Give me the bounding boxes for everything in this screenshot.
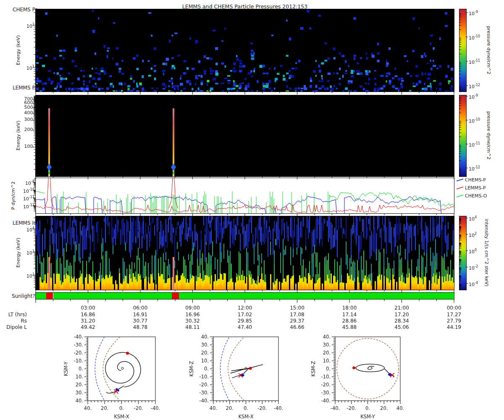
svg-text:KSM-Y: KSM-Y: [63, 361, 69, 376]
ephemeris-value-rs: 29.85: [232, 318, 257, 324]
svg-text:KSM-X: KSM-X: [114, 414, 129, 420]
svg-text:-10.: -10.: [74, 358, 83, 364]
svg-text:40.: 40.: [396, 405, 404, 411]
trajectory-line: [231, 365, 263, 373]
cb1-tick-label: 10-10: [469, 34, 486, 41]
lemms-pressure-spectrogram: [35, 95, 454, 177]
day-start-marker: [126, 352, 129, 354]
ephemeris-value-rs: 30.32: [180, 318, 205, 324]
svg-text:20.: 20.: [101, 405, 108, 411]
day-start-marker: [249, 367, 252, 370]
magnetopause-curve: [103, 337, 120, 401]
cb1-tick-label: 10-9: [469, 9, 486, 17]
ephemeris-value-dipole-l: 48.78: [128, 324, 153, 330]
svg-text:KSM-Z: KSM-Z: [310, 361, 316, 376]
svg-text:-20.: -20.: [134, 405, 143, 411]
svg-text:30.: 30.: [76, 390, 83, 396]
current-position-cross: [390, 373, 394, 377]
figure: LEMMS and CHEMS Particle Pressures 2012:…: [0, 0, 504, 420]
svg-text:0.: 0.: [244, 405, 248, 411]
spacecraft-marker: [115, 388, 120, 392]
ephemeris-value-dipole-l: 47.40: [232, 324, 257, 330]
p1-tick-label: 102: [16, 22, 34, 29]
current-position-cross: [114, 389, 118, 394]
time-tick-label: 06:00: [128, 305, 153, 311]
svg-text:KSM-Y: KSM-Y: [360, 414, 375, 420]
time-tick-label: 15:00: [285, 305, 310, 311]
ephemeris-value-lt-hrs-: 17.27: [441, 312, 467, 318]
cb2-tick-label: 10-10: [469, 117, 486, 124]
spacecraft-marker: [388, 373, 392, 376]
time-tick-label: 09:00: [180, 305, 205, 311]
cb2-tick-label: 10-9: [469, 93, 486, 100]
ephemeris-value-dipole-l: 45.88: [337, 324, 362, 330]
ephemeris-value-lt-hrs-: 17.20: [389, 312, 415, 318]
svg-text:-20.: -20.: [200, 382, 209, 388]
ephemeris-value-rs: 27.79: [441, 318, 467, 324]
svg-text:30.: 30.: [201, 342, 209, 348]
trajectory-inner-curl: [368, 366, 375, 370]
cb1-tick-label: 10-12: [469, 82, 486, 90]
trajectory-ellipse: [356, 364, 384, 372]
ephemeris-value-dipole-l: 45.06: [389, 324, 415, 330]
colorbar-intensity: [459, 216, 467, 290]
p1-tick-label: 101: [16, 64, 34, 71]
sunlight-segment-on: [53, 293, 172, 299]
p4-tick-label: 102: [16, 272, 34, 279]
svg-text:20.: 20.: [323, 350, 331, 356]
svg-text:-20.: -20.: [257, 405, 267, 411]
sunlight-segment-off: [172, 293, 179, 299]
panel-label-lemms-pr: LEMMS Pr.: [13, 85, 38, 91]
sunlight-bar: [35, 292, 454, 299]
svg-text:-10.: -10.: [200, 374, 209, 380]
p4-tick-label: 104: [16, 226, 34, 233]
ephemeris-row-label: Dipole L: [0, 324, 27, 330]
p2-tick-label: 100.: [16, 144, 34, 150]
legend-label-chems-o: CHEMS-O: [465, 193, 494, 199]
ephemeris-value-rs: 28.34: [389, 318, 415, 324]
sunlight-segment-off: [46, 293, 53, 299]
svg-text:40.: 40.: [76, 398, 83, 404]
ephemeris-value-lt-hrs-: 16.86: [76, 312, 101, 318]
orbit-plot-ksm-x-ksm-y: -40.-30.-20.-10.0.10.20.30.40.40.20.0.-2…: [63, 334, 160, 420]
svg-text:-20.: -20.: [74, 350, 83, 356]
svg-text:0.: 0.: [204, 366, 209, 372]
p2-tick-label: 200.: [16, 127, 34, 133]
trajectory-line: [232, 368, 249, 378]
p2-tick-label: 500.: [16, 105, 34, 110]
svg-text:40.: 40.: [201, 334, 209, 340]
svg-text:-30.: -30.: [200, 390, 209, 396]
time-tick-label: 12:00: [232, 305, 257, 311]
svg-text:0.: 0.: [79, 366, 83, 372]
cb2-tick-label: 10-11: [469, 141, 486, 148]
ephemeris-row-label: Rs: [0, 318, 27, 324]
colorbar-unit-pressure-1: pressure dyne/cm^2: [486, 21, 491, 80]
cb4-tick-label: 104: [469, 215, 486, 222]
sunlight-segment-on: [179, 293, 454, 299]
sunlight-label: Sunlight?: [12, 293, 35, 299]
p2-tick-label: 400.: [16, 110, 34, 116]
orbit-plots-layer: -40.-30.-20.-10.0.10.20.30.40.40.20.0.-2…: [0, 332, 504, 420]
svg-text:-40.: -40.: [331, 405, 340, 411]
time-tick-label: 03:00: [76, 305, 101, 311]
time-tick-label: 21:00: [389, 305, 415, 311]
svg-text:0.: 0.: [119, 405, 124, 411]
svg-text:-40.: -40.: [321, 398, 331, 404]
pressure-timeseries-plot: [35, 178, 454, 214]
svg-text:-10.: -10.: [321, 374, 331, 380]
svg-text:0.: 0.: [326, 366, 331, 372]
time-tick-label: 18:00: [337, 305, 362, 311]
svg-text:KSM-Z: KSM-Z: [189, 361, 194, 376]
svg-text:20.: 20.: [76, 382, 83, 388]
svg-text:40.: 40.: [210, 405, 217, 411]
ephemeris-value-rs: 30.77: [128, 318, 153, 324]
cb4-tick-label: 100: [469, 247, 486, 255]
svg-text:-40.: -40.: [151, 405, 160, 411]
trajectory-line: [231, 369, 248, 371]
ephemeris-value-lt-hrs-: 16.91: [128, 312, 153, 318]
saturn-marker: [121, 368, 123, 370]
colorbar-pressure-1: [459, 9, 467, 92]
cb4-tick-label: 10-4: [469, 280, 486, 288]
spacecraft-marker: [240, 373, 244, 377]
svg-text:40.: 40.: [323, 334, 331, 340]
